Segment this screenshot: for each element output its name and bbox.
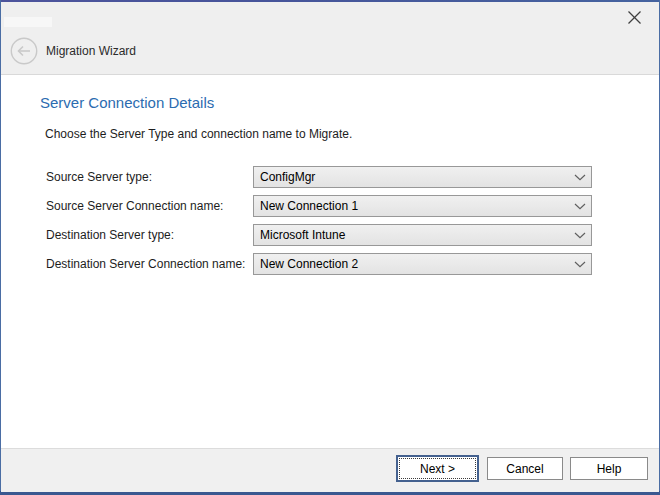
destination-server-type-dropdown[interactable]: Microsoft Intune	[253, 224, 592, 246]
source-server-type-value: ConfigMgr	[254, 170, 569, 184]
chevron-down-icon	[569, 174, 591, 181]
help-button[interactable]: Help	[570, 457, 648, 480]
source-server-type-label: Source Server type:	[46, 166, 152, 188]
source-server-connection-name-label: Source Server Connection name:	[46, 195, 223, 217]
destination-server-type-value: Microsoft Intune	[254, 228, 569, 242]
page-title: Server Connection Details	[40, 94, 214, 111]
chevron-down-icon	[569, 261, 591, 268]
source-server-connection-name-value: New Connection 1	[254, 199, 569, 213]
source-server-type-dropdown[interactable]: ConfigMgr	[253, 166, 592, 188]
titlebar-highlight	[4, 17, 52, 27]
page-description: Choose the Server Type and connection na…	[45, 127, 352, 141]
back-arrow-icon	[10, 51, 38, 68]
destination-server-connection-name-value: New Connection 2	[254, 257, 569, 271]
destination-server-connection-name-dropdown[interactable]: New Connection 2	[253, 253, 592, 275]
migration-wizard-window: Migration Wizard Server Connection Detai…	[0, 0, 660, 495]
back-button[interactable]	[10, 37, 38, 65]
chevron-down-icon	[569, 203, 591, 210]
window-chrome: Migration Wizard	[1, 2, 659, 75]
chevron-down-icon	[569, 232, 591, 239]
destination-server-type-label: Destination Server type:	[46, 224, 174, 246]
destination-server-connection-name-label: Destination Server Connection name:	[46, 253, 245, 275]
close-button[interactable]	[623, 9, 645, 29]
close-icon	[627, 10, 642, 29]
next-button[interactable]: Next >	[396, 455, 479, 482]
wizard-header-title: Migration Wizard	[46, 43, 136, 59]
source-server-connection-name-dropdown[interactable]: New Connection 1	[253, 195, 592, 217]
cancel-button[interactable]: Cancel	[487, 457, 563, 480]
